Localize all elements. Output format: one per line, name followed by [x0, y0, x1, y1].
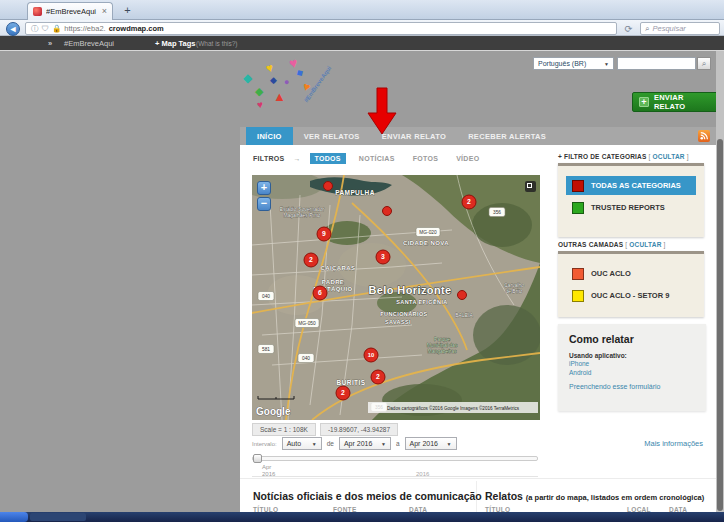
- map-marker[interactable]: 2: [304, 253, 318, 267]
- what-is-this-link[interactable]: (What is this?): [196, 40, 238, 47]
- site-search-input[interactable]: [617, 57, 696, 70]
- logo-diamond-icon: ◆: [255, 86, 263, 97]
- rss-icon[interactable]: [698, 130, 710, 142]
- layer-label: OUC ACLO: [591, 269, 631, 278]
- reload-icon[interactable]: ⟳: [622, 22, 635, 35]
- map-zoom-in-button[interactable]: +: [257, 181, 271, 195]
- categories-hide-link[interactable]: OCULTAR: [653, 153, 685, 160]
- map-marker[interactable]: [458, 291, 467, 300]
- map-zoom-out-button[interactable]: −: [257, 197, 271, 211]
- google-logo[interactable]: Google: [256, 406, 291, 417]
- start-button[interactable]: [0, 512, 28, 522]
- scrollbar-thumb[interactable]: [717, 139, 723, 511]
- road-shield-label: 040: [302, 356, 310, 361]
- site-search-button[interactable]: ⌕: [697, 57, 711, 70]
- category-label: TRUSTED REPORTS: [591, 203, 665, 212]
- logo-heart-icon: ♥: [264, 61, 274, 75]
- layer-ouc-aclo-setor-9[interactable]: OUC ACLO - SETOR 9: [566, 286, 696, 305]
- marker-count: 9: [322, 230, 326, 237]
- logo-diamond-icon: ◆: [270, 76, 277, 85]
- site-link[interactable]: #EmBreveAqui: [64, 39, 114, 48]
- browser-window: #EmBreveAqui × + ◄ ⓘ 🛡 🔒 https://eba2.cr…: [0, 0, 724, 522]
- site-favicon-icon: [33, 7, 42, 16]
- app-link-iphone[interactable]: iPhone: [569, 360, 695, 369]
- color-swatch-icon: [572, 290, 584, 302]
- tab-close-icon[interactable]: ×: [102, 7, 107, 16]
- tracking-shield-icon[interactable]: 🛡: [42, 25, 50, 33]
- timeline-axis-line: [252, 476, 538, 477]
- timeline-slider[interactable]: [252, 456, 538, 461]
- to-month-select[interactable]: Apr 2016▼: [405, 437, 457, 450]
- overflow-chevron-icon[interactable]: »: [48, 39, 52, 48]
- logo-heart-icon: ♥: [256, 100, 263, 111]
- map-marker[interactable]: 6: [313, 286, 327, 300]
- road-shield-label: MG-050: [298, 321, 316, 326]
- bottom-section: Notícias oficiais e dos meios de comunic…: [240, 478, 716, 512]
- map-canvas[interactable]: 356MG-020040MG-050581040356 PAMPULHAEstá…: [252, 175, 540, 420]
- map-marker[interactable]: 2: [336, 386, 350, 400]
- browser-search-box[interactable]: ⌕ Pesquisar: [640, 22, 720, 35]
- road-shield-label: 356: [493, 210, 501, 215]
- category-trusted-reports[interactable]: TRUSTED REPORTS: [566, 198, 696, 217]
- color-swatch-icon: [572, 180, 584, 192]
- form-link[interactable]: Preenchendo esse formulário: [569, 383, 695, 392]
- map-marker[interactable]: 2: [462, 195, 476, 209]
- marker-count: 6: [318, 289, 322, 296]
- https-lock-icon[interactable]: 🔒: [52, 25, 61, 33]
- interval-select[interactable]: Auto▼: [282, 437, 322, 450]
- browser-tab[interactable]: #EmBreveAqui ×: [27, 2, 113, 20]
- nav-tab-inicio[interactable]: INÍCIO: [246, 127, 293, 145]
- chevron-down-icon: ▼: [312, 441, 317, 447]
- browser-tab-strip: #EmBreveAqui × +: [0, 0, 724, 20]
- map-coordinates: -19.89607, -43.94287: [320, 423, 398, 436]
- from-label: de: [327, 440, 334, 447]
- app-link-android[interactable]: Android: [569, 369, 695, 378]
- browser-scrollbar[interactable]: [716, 51, 724, 512]
- filter-noticias[interactable]: NOTÍCIAS: [354, 153, 400, 164]
- map-attribution: Dados cartográficos ©2016 Google Imagens…: [387, 405, 520, 411]
- category-todas-as-categorias[interactable]: TODAS AS CATEGORIAS: [566, 176, 696, 195]
- layer-ouc-aclo[interactable]: OUC ACLO: [566, 264, 696, 283]
- layers-hide-link[interactable]: OCULTAR: [629, 241, 661, 248]
- taskbar-item[interactable]: [30, 513, 86, 521]
- marker-count: 2: [309, 256, 313, 263]
- site-logo[interactable]: ♥ ♥ ◆ ■ ♥ ◆ ◆ ● ▲ ♥ #EmBreveAqui: [243, 56, 343, 122]
- filters-bar: FILTROS → TODOSNOTÍCIASFOTOSVÍDEO: [253, 153, 484, 164]
- road-shield-label: 581: [262, 347, 270, 352]
- color-swatch-icon: [572, 202, 584, 214]
- how-to-report-box: Como relatar Usando aplicativo: iPhoneAn…: [558, 324, 706, 411]
- timeline-slider-handle[interactable]: [253, 454, 262, 463]
- back-button[interactable]: ◄: [6, 22, 20, 36]
- map-marker[interactable]: [383, 207, 392, 216]
- more-info-link[interactable]: Mais informações: [644, 439, 703, 448]
- from-month-select[interactable]: Apr 2016▼: [339, 437, 391, 450]
- submit-report-button[interactable]: + ENVIAR RELATO: [632, 92, 720, 112]
- page-info-icon[interactable]: ⓘ: [31, 25, 39, 33]
- map-place-label: CIDADE NOVA: [403, 240, 449, 246]
- map-marker[interactable]: 9: [317, 227, 331, 241]
- map-marker[interactable]: [324, 182, 333, 191]
- layers-title: OUTRAS CAMADAS [ OCULTAR ]: [558, 241, 666, 248]
- chevron-down-icon: ▼: [381, 441, 386, 447]
- map-marker[interactable]: 3: [376, 250, 390, 264]
- nav-tab-ver-relatos[interactable]: VER RELATOS: [293, 127, 371, 145]
- nav-tab-receber-alertas[interactable]: RECEBER ALERTAS: [457, 127, 557, 145]
- logo-triangle-icon: ▲: [273, 90, 286, 103]
- search-icon: ⌕: [702, 59, 706, 68]
- language-select[interactable]: Português (BR) ▼: [533, 57, 614, 70]
- map-place-label: BURITIS: [337, 379, 366, 386]
- url-prefix: https://eba2.: [64, 24, 105, 33]
- category-label: TODAS AS CATEGORIAS: [591, 181, 681, 190]
- new-tab-button[interactable]: +: [119, 4, 136, 18]
- map-marker[interactable]: 10: [364, 348, 378, 362]
- filter-video[interactable]: VÍDEO: [451, 153, 484, 164]
- map-marker[interactable]: 2: [371, 370, 385, 384]
- filter-todos[interactable]: TODOS: [310, 153, 346, 164]
- map-place-label: Mangabeiras: [428, 348, 457, 354]
- map-tags-link[interactable]: + Map Tags: [155, 39, 196, 48]
- filter-fotos[interactable]: FOTOS: [408, 153, 443, 164]
- category-filter-title: + FILTRO DE CATEGORIAS [ OCULTAR ]: [558, 153, 689, 160]
- map-expand-icon[interactable]: [525, 181, 536, 192]
- url-bar[interactable]: ⓘ 🛡 🔒 https://eba2.crowdmap.com: [25, 22, 617, 35]
- layers-panel: OUC ACLOOUC ACLO - SETOR 9: [558, 251, 704, 317]
